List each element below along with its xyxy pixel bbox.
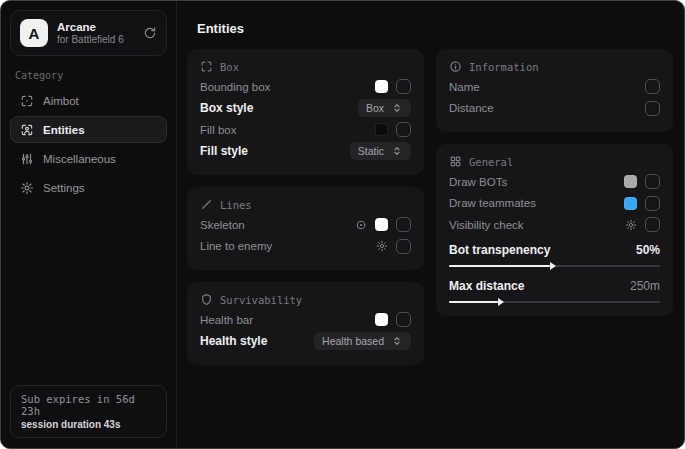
distance-checkbox[interactable] — [645, 101, 660, 116]
setting-label: Draw BOTs — [449, 176, 507, 188]
chevrons-up-down-icon — [391, 335, 403, 347]
dropdown-value: Health based — [322, 335, 384, 347]
brand-name: Arcane — [57, 21, 124, 33]
panel-box: Box Bounding box Box style Box — [187, 49, 424, 175]
slider-thumb[interactable] — [550, 262, 556, 270]
setting-label: Name — [449, 81, 480, 93]
sidebar-item-aimbot[interactable]: Aimbot — [10, 87, 167, 114]
sidebar-item-label: Entities — [43, 124, 85, 136]
sidebar-item-settings[interactable]: Settings — [10, 174, 167, 201]
chevrons-up-down-icon — [391, 102, 403, 114]
panel-lines: Lines Skeleton Line to enemy — [187, 187, 424, 270]
sliders-icon — [20, 152, 34, 166]
health-bar-checkbox[interactable] — [396, 312, 411, 327]
gear-icon[interactable] — [625, 219, 637, 231]
setting-row-distance: Distance — [449, 98, 660, 120]
setting-label: Distance — [449, 102, 494, 114]
bot-transparency-slider[interactable] — [449, 265, 660, 267]
sub-expiry-text: Sub expires in 56d 23h — [21, 393, 156, 417]
setting-row-fill-style: Fill style Static — [200, 141, 411, 163]
name-checkbox[interactable] — [645, 79, 660, 94]
color-swatch[interactable] — [375, 80, 388, 93]
slider-thumb[interactable] — [498, 298, 504, 306]
panel-survivability: Survivability Health bar Health style — [187, 282, 424, 365]
sidebar-item-label: Settings — [43, 182, 85, 194]
color-swatch[interactable] — [624, 197, 637, 210]
setting-label: Health style — [200, 334, 267, 348]
sidebar-item-miscellaneous[interactable]: Miscellaneous — [10, 145, 167, 172]
setting-label: Draw teammates — [449, 197, 536, 209]
panel-columns: Box Bounding box Box style Box — [187, 49, 673, 365]
setting-label: Skeleton — [200, 219, 245, 231]
panel-title: General — [469, 156, 513, 168]
setting-label: Bounding box — [200, 81, 270, 93]
grid-icon — [449, 155, 462, 168]
setting-label: Fill box — [200, 124, 236, 136]
panel-lines-header: Lines — [200, 198, 411, 211]
health-style-dropdown[interactable]: Health based — [314, 332, 411, 350]
gear-icon[interactable] — [376, 240, 388, 252]
setting-row-line-to-enemy: Line to enemy — [200, 236, 411, 258]
setting-row-visibility-check: Visibility check — [449, 214, 660, 236]
slider-value: 250m — [630, 279, 660, 293]
color-swatch[interactable] — [624, 175, 637, 188]
box-style-dropdown[interactable]: Box — [358, 99, 411, 117]
setting-row-skeleton: Skeleton — [200, 214, 411, 236]
dropdown-value: Static — [358, 145, 384, 157]
setting-row-name: Name — [449, 76, 660, 98]
session-duration-text: session duration 43s — [21, 419, 156, 430]
draw-bots-checkbox[interactable] — [645, 174, 660, 189]
sidebar-item-entities[interactable]: Entities — [10, 116, 167, 143]
panel-title: Information — [469, 61, 539, 73]
fill-style-dropdown[interactable]: Static — [350, 142, 411, 160]
slider-label: Bot transpenency — [449, 243, 550, 257]
right-column: Information Name Distance — [436, 49, 673, 365]
app-window: A Arcane for Battlefield 6 Category Aimb… — [0, 0, 685, 449]
setting-label: Line to enemy — [200, 240, 272, 252]
setting-label: Health bar — [200, 314, 253, 326]
dropdown-value: Box — [366, 102, 384, 114]
panel-title: Box — [220, 61, 239, 73]
page-title: Entities — [197, 21, 673, 36]
line-to-enemy-checkbox[interactable] — [396, 239, 411, 254]
max-distance-slider[interactable] — [449, 301, 660, 303]
setting-row-bounding-box: Bounding box — [200, 76, 411, 98]
sidebar-item-label: Miscellaneous — [43, 153, 116, 165]
focus-dot-icon[interactable] — [355, 219, 367, 231]
brand-logo: A — [20, 19, 48, 47]
diagonal-line-icon — [200, 198, 213, 211]
slider-label: Max distance — [449, 279, 524, 293]
brand-card[interactable]: A Arcane for Battlefield 6 — [10, 10, 167, 56]
refresh-icon[interactable] — [143, 26, 157, 40]
setting-label: Visibility check — [449, 219, 524, 231]
panel-general: General Draw BOTs Draw teammates — [436, 144, 673, 316]
category-label: Category — [15, 70, 176, 81]
panel-title: Lines — [220, 199, 252, 211]
fill-box-checkbox[interactable] — [396, 122, 411, 137]
gear-icon — [20, 181, 34, 195]
sidebar: A Arcane for Battlefield 6 Category Aimb… — [1, 1, 177, 448]
panel-information: Information Name Distance — [436, 49, 673, 132]
draw-teammates-checkbox[interactable] — [645, 196, 660, 211]
setting-row-draw-teammates: Draw teammates — [449, 193, 660, 215]
bot-transparency-slider-block: Bot transpenency 50% — [449, 243, 660, 267]
skeleton-checkbox[interactable] — [396, 217, 411, 232]
panel-information-header: Information — [449, 60, 660, 73]
panel-survivability-header: Survivability — [200, 293, 411, 306]
subscription-card: Sub expires in 56d 23h session duration … — [10, 385, 167, 438]
sidebar-nav: Aimbot Entities Miscellaneous Settings — [1, 87, 176, 201]
shield-icon — [200, 293, 213, 306]
bounding-box-checkbox[interactable] — [396, 79, 411, 94]
setting-row-draw-bots: Draw BOTs — [449, 171, 660, 193]
color-swatch[interactable] — [375, 218, 388, 231]
panel-general-header: General — [449, 155, 660, 168]
crosshair-icon — [20, 94, 34, 108]
setting-label: Fill style — [200, 144, 248, 158]
brand-subtitle: for Battlefield 6 — [57, 34, 124, 45]
slider-fill — [449, 301, 498, 303]
color-swatch[interactable] — [375, 123, 388, 136]
max-distance-slider-block: Max distance 250m — [449, 279, 660, 303]
setting-row-health-style: Health style Health based — [200, 331, 411, 353]
color-swatch[interactable] — [375, 313, 388, 326]
visibility-check-checkbox[interactable] — [645, 217, 660, 232]
